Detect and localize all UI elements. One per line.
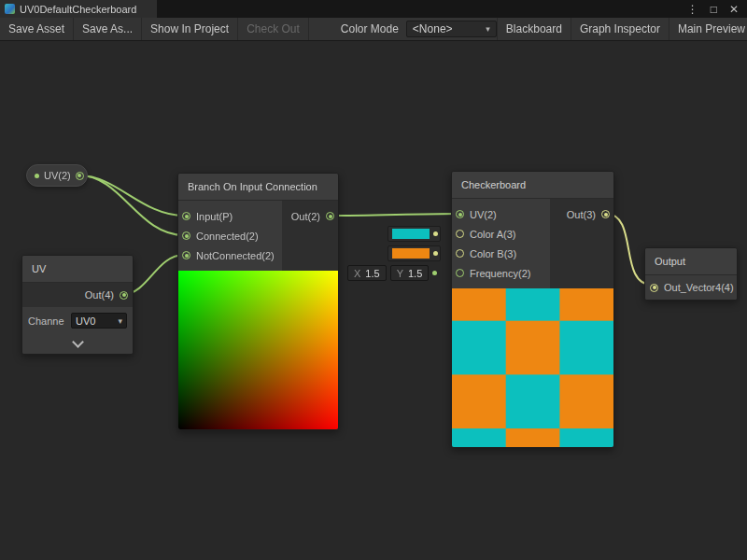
channel-label: Channe <box>28 315 67 327</box>
port-label-notconnected: NotConnected(2) <box>196 250 275 261</box>
color-mode-value: <None> <box>413 22 453 35</box>
graph-inspector-toggle-button[interactable]: Graph Inspector <box>571 18 669 40</box>
port-label-color-b: Color B(3) <box>470 248 516 259</box>
channel-value: UV0 <box>76 315 95 327</box>
show-in-project-button[interactable]: Show In Project <box>142 18 238 40</box>
output-port-row: Out(4) <box>22 283 133 307</box>
port-label-out-vector4: Out_Vector4(4) <box>664 282 734 293</box>
frequency-x-value: 1.5 <box>365 268 379 279</box>
window-close-icon[interactable]: ✕ <box>729 4 739 15</box>
port-label-out4: Out(4) <box>85 289 114 301</box>
axis-x-label: X <box>354 268 360 279</box>
port-notconnected[interactable] <box>182 251 190 259</box>
port-out3[interactable] <box>601 210 610 218</box>
check-out-button: Check Out <box>238 18 309 40</box>
checkerboard-preview <box>452 288 613 447</box>
output-node[interactable]: Output Out_Vector4(4) <box>644 247 738 301</box>
uv-node[interactable]: UV Out(4) Channe UV0 ▾ <box>21 255 134 355</box>
color-b-swatch[interactable] <box>388 245 441 261</box>
port-input-p[interactable] <box>182 212 190 220</box>
color-a-swatch[interactable] <box>388 226 441 242</box>
window-menu-icon[interactable]: ⋮ <box>687 4 698 15</box>
color-mode-group: Color Mode <None> ▾ <box>333 18 497 40</box>
shader-graph-toolbar: Save Asset Save As... Show In Project Ch… <box>0 18 747 41</box>
chevron-down-icon: ▾ <box>118 316 122 326</box>
blackboard-toggle-button[interactable]: Blackboard <box>497 18 571 40</box>
window-maximize-icon[interactable]: □ <box>711 4 717 15</box>
input-port-column: Input(P) Connected(2) NotConnected(2) <box>178 201 282 271</box>
frequency-fields: X 1.5 Y 1.5 <box>347 265 437 281</box>
port-label-frequency: Frequency(2) <box>470 268 530 279</box>
window-controls: ⋮ □ ✕ <box>687 0 747 18</box>
port-label-out2: Out(2) <box>291 211 320 222</box>
port-label-color-a: Color A(3) <box>470 229 516 240</box>
uv-gradient-preview <box>178 271 338 429</box>
channel-dropdown[interactable]: UV0 ▾ <box>71 313 127 329</box>
channel-control-row: Channe UV0 ▾ <box>22 307 133 334</box>
edge-uvredirect-to-connected[interactable] <box>79 175 184 235</box>
port-connected[interactable] <box>182 231 190 240</box>
color-mode-label: Color Mode <box>333 22 406 35</box>
save-asset-button[interactable]: Save Asset <box>0 18 74 40</box>
port-color-a[interactable] <box>456 230 464 238</box>
expand-node-button[interactable] <box>22 334 133 354</box>
graph-canvas[interactable]: UV(2) Branch On Input Connection Input(P… <box>0 41 747 560</box>
toolbar-right-group: Blackboard Graph Inspector Main Preview <box>497 18 747 40</box>
uv-redirect-node[interactable]: UV(2) <box>26 164 88 187</box>
port-label-connected: Connected(2) <box>196 231 259 242</box>
port-frequency[interactable] <box>456 269 464 277</box>
port-out-vector4[interactable] <box>650 284 658 292</box>
chevron-down-icon <box>72 336 84 348</box>
tab-uv0defaultcheckerboard[interactable]: UV0DefaultCheckerboard <box>0 0 157 18</box>
frequency-y-value: 1.5 <box>408 268 422 279</box>
branch-on-input-connection-node[interactable]: Branch On Input Connection Input(P) Conn… <box>177 173 339 430</box>
main-preview-toggle-button[interactable]: Main Preview <box>669 18 747 40</box>
node-title: Checkerboard <box>452 172 613 199</box>
color-mode-dropdown[interactable]: <None> ▾ <box>406 21 497 37</box>
save-as-button[interactable]: Save As... <box>74 18 142 40</box>
port-label-uv2: UV(2) <box>470 209 497 220</box>
port-label-out3: Out(3) <box>567 209 596 220</box>
color-b-value[interactable] <box>392 248 430 259</box>
tab-strip: UV0DefaultCheckerboard ⋮ □ ✕ <box>0 0 747 18</box>
color-a-value[interactable] <box>392 229 430 239</box>
tab-title: UV0DefaultCheckerboard <box>20 4 136 15</box>
chevron-down-icon: ▾ <box>486 24 490 34</box>
widget-port-stub <box>433 251 438 256</box>
node-title: Output <box>645 248 737 275</box>
widget-port-stub <box>433 231 438 236</box>
value-indicator-dot <box>35 174 39 178</box>
port-uv-redirect-out[interactable] <box>76 172 84 180</box>
shader-graph-asset-icon <box>5 4 15 14</box>
frequency-x-field[interactable]: X 1.5 <box>347 265 387 281</box>
node-title: Branch On Input Connection <box>178 174 338 201</box>
widget-port-stub <box>432 271 437 275</box>
input-port-column: UV(2) Color A(3) Color B(3) Frequency(2) <box>452 199 550 288</box>
axis-y-label: Y <box>397 268 403 279</box>
node-title: UV <box>22 256 133 283</box>
port-out2[interactable] <box>326 212 334 220</box>
port-checker-uv[interactable] <box>456 210 464 218</box>
frequency-y-field[interactable]: Y 1.5 <box>390 265 430 281</box>
output-port-column: Out(3) <box>550 199 613 288</box>
uv-redirect-label: UV(2) <box>44 170 71 181</box>
port-label-input-p: Input(P) <box>196 211 233 222</box>
output-port-column: Out(2) <box>282 201 338 271</box>
checkerboard-node[interactable]: Checkerboard UV(2) Color A(3) Color B(3) <box>451 171 614 448</box>
edge-out2-to-checkerboard-uv[interactable] <box>330 214 458 216</box>
port-uv-out4[interactable] <box>120 291 128 300</box>
port-color-b[interactable] <box>456 249 464 258</box>
edge-uvredirect-to-input[interactable] <box>79 175 184 216</box>
